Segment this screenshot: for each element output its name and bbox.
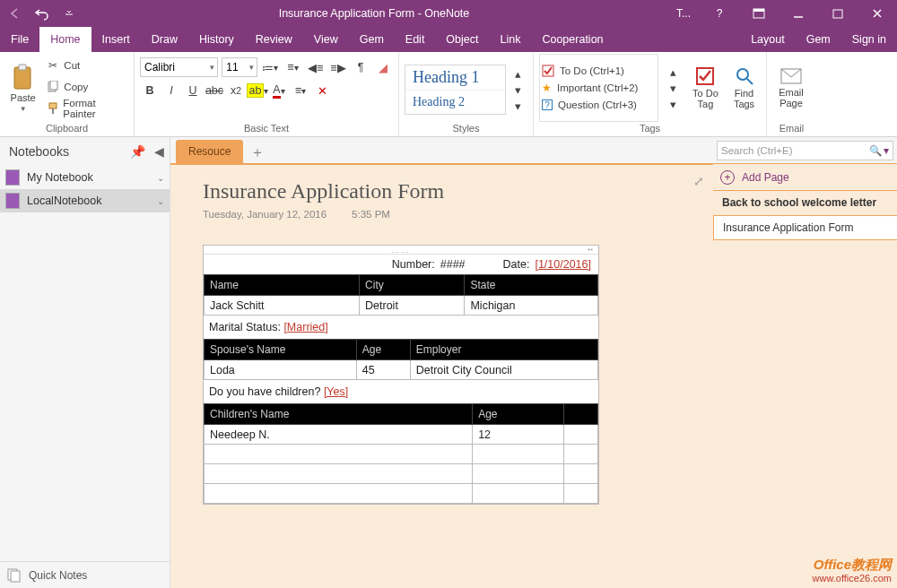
outdent-button[interactable]: ◀≡ <box>306 57 325 77</box>
email-page-button[interactable]: Email Page <box>772 54 810 122</box>
indent-button[interactable]: ≡▶ <box>328 57 347 77</box>
close-button[interactable] <box>858 0 897 27</box>
paste-button[interactable]: Paste ▼ <box>5 54 40 122</box>
help-button[interactable]: ? <box>700 0 739 27</box>
tab-link[interactable]: Link <box>490 27 532 52</box>
format-painter-button[interactable]: Format Painter <box>44 99 128 118</box>
drag-handle[interactable]: …… ↔ <box>204 246 598 255</box>
copy-button[interactable]: Copy <box>44 77 128 97</box>
back-button[interactable] <box>4 3 27 24</box>
tags-more[interactable]: ▾ <box>664 96 684 112</box>
style-heading2[interactable]: Heading 2 <box>405 91 505 115</box>
numbering-button[interactable]: ≡▾ <box>283 57 302 77</box>
form-container[interactable]: …… ↔ Number: #### Date: [1/10/2016] Name… <box>203 245 599 505</box>
styles-gallery[interactable]: Heading 1 Heading 2 <box>405 65 506 115</box>
find-tags-button[interactable]: Find Tags <box>727 54 761 122</box>
tab-gem[interactable]: Gem <box>349 27 395 52</box>
scissors-icon: ✂ <box>46 58 60 73</box>
table-3[interactable]: Children's NameAge Needeep N.12 <box>204 403 598 504</box>
quick-notes-button[interactable]: Quick Notes <box>0 561 170 588</box>
tab-layout[interactable]: Layout <box>740 27 796 52</box>
align-button[interactable]: ≡▾ <box>291 81 310 100</box>
highlight-button[interactable]: ab▾ <box>248 81 267 100</box>
search-icon[interactable]: 🔍 <box>869 144 882 157</box>
undo-button[interactable] <box>30 3 54 24</box>
tab-file[interactable]: File <box>0 27 39 52</box>
maximize-button[interactable] <box>818 0 858 27</box>
svg-rect-16 <box>11 571 20 582</box>
svg-rect-1 <box>753 9 764 12</box>
copy-icon <box>46 80 60 94</box>
svg-rect-4 <box>14 67 30 89</box>
subscript-button[interactable]: x2 <box>226 81 246 100</box>
page-list-item[interactable]: Insurance Application Form <box>713 215 897 240</box>
sign-in[interactable]: Sign in <box>841 27 897 52</box>
tab-edit[interactable]: Edit <box>395 27 436 52</box>
main-area: Notebooks 📌 ◀ My Notebook⌄LocalNotebook⌄… <box>0 137 897 588</box>
section-tab-resource[interactable]: Resouce <box>176 140 243 163</box>
tag-important[interactable]: ★Important (Ctrl+2) <box>542 80 656 96</box>
tab-object[interactable]: Object <box>435 27 489 52</box>
svg-point-12 <box>737 69 748 80</box>
font-size-select[interactable]: 11▾ <box>222 57 257 77</box>
add-section-button[interactable]: ＋ <box>245 142 270 163</box>
qat-more-button[interactable] <box>57 3 81 24</box>
strike-button[interactable]: abc <box>205 81 224 100</box>
italic-button[interactable]: I <box>161 81 181 100</box>
styles-down[interactable]: ▾ <box>508 82 527 98</box>
tab-insert[interactable]: Insert <box>91 27 141 52</box>
sidebar-title: Notebooks <box>9 144 69 159</box>
tab-home[interactable]: Home <box>39 27 91 52</box>
underline-button[interactable]: U <box>183 81 203 100</box>
tab-cooperation[interactable]: Cooperation <box>531 27 614 52</box>
table-1[interactable]: NameCityState Jack SchittDetroitMichigan <box>204 274 598 316</box>
tag-question[interactable]: ?Question (Ctrl+3) <box>542 97 656 113</box>
styles-more[interactable]: ▾ <box>508 98 527 114</box>
add-page-button[interactable]: + Add Page <box>713 164 897 191</box>
svg-rect-3 <box>833 10 842 18</box>
page-title[interactable]: Insurance Application Form <box>203 179 687 203</box>
table-2[interactable]: Spouse's NameAgeEmployer Loda45Detroit C… <box>204 339 598 380</box>
tag-todo[interactable]: To Do (Ctrl+1) <box>542 63 656 79</box>
number-value[interactable]: #### <box>440 258 466 271</box>
font-color-button[interactable]: A▾ <box>269 81 289 100</box>
children-answer[interactable]: [Yes] <box>324 385 348 398</box>
tell-me-tab[interactable]: T... <box>667 0 700 27</box>
tab-review[interactable]: Review <box>245 27 303 52</box>
tags-up[interactable]: ▴ <box>664 64 684 80</box>
clear-format-button[interactable]: ◢ <box>374 57 393 77</box>
page-list-pane: Search (Ctrl+E) 🔍▾ + Add Page Back to sc… <box>713 137 897 588</box>
paragraph-button[interactable]: ¶ <box>352 57 370 77</box>
notebook-item[interactable]: LocalNotebook⌄ <box>0 189 170 212</box>
todo-tag-button[interactable]: To Do Tag <box>689 54 722 122</box>
date-value[interactable]: [1/10/2016] <box>535 258 591 271</box>
bold-button[interactable]: B <box>140 81 160 100</box>
ribbon-display-button[interactable] <box>739 0 779 27</box>
font-name-select[interactable]: Calibri▾ <box>140 57 218 77</box>
marital-value[interactable]: [Married] <box>283 321 327 333</box>
bullets-button[interactable]: ≔▾ <box>261 57 280 77</box>
search-dd[interactable]: ▾ <box>884 144 889 157</box>
tab-gem2[interactable]: Gem <box>796 27 841 52</box>
style-heading1[interactable]: Heading 1 <box>405 65 505 91</box>
page-canvas[interactable]: ⤢ Insurance Application Form Tuesday, Ja… <box>170 164 713 588</box>
tab-view[interactable]: View <box>303 27 349 52</box>
notebook-item[interactable]: My Notebook⌄ <box>0 166 170 189</box>
tags-down[interactable]: ▾ <box>664 80 684 96</box>
date-label: Date: <box>503 258 530 271</box>
delete-button[interactable]: ✕ <box>312 81 332 100</box>
collapse-icon[interactable]: ◀ <box>148 144 170 159</box>
styles-up[interactable]: ▴ <box>508 65 527 82</box>
tab-draw[interactable]: Draw <box>141 27 188 52</box>
fullscreen-icon[interactable]: ⤢ <box>693 174 704 188</box>
svg-rect-8 <box>49 103 57 108</box>
pin-icon[interactable]: 📌 <box>126 144 148 159</box>
search-input[interactable]: Search (Ctrl+E) 🔍▾ <box>717 141 893 160</box>
group-label-email: Email <box>772 122 811 136</box>
page-list-item[interactable]: Back to school welcome letter <box>713 191 897 215</box>
checkbox-icon <box>695 66 715 86</box>
minimize-button[interactable] <box>779 0 818 27</box>
cut-button[interactable]: ✂Cut <box>44 56 128 75</box>
tab-history[interactable]: History <box>188 27 245 52</box>
window-title: Insurance Application Form - OneNote <box>81 7 667 20</box>
